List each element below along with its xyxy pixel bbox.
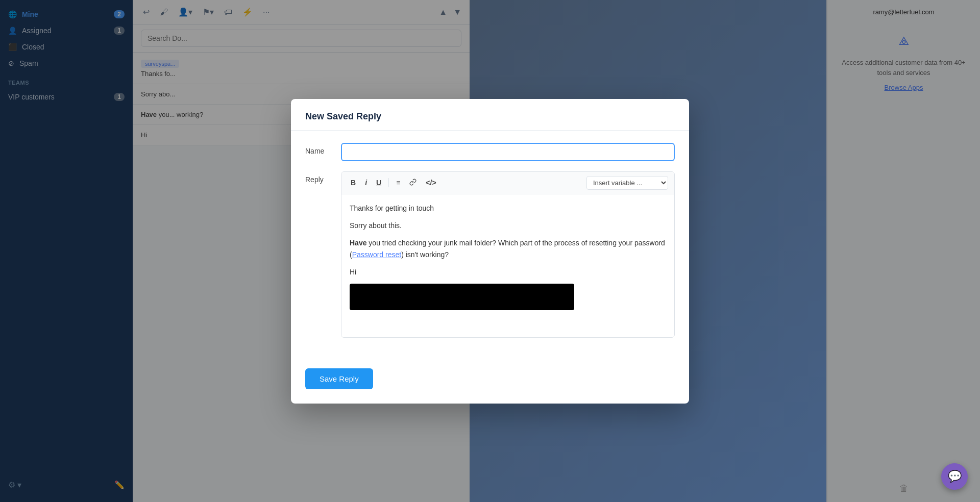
list-button[interactable]: ≡ bbox=[393, 177, 403, 188]
chat-icon: 💬 bbox=[948, 470, 962, 483]
redacted-image-block bbox=[350, 284, 574, 310]
bold-button[interactable]: B bbox=[348, 177, 359, 188]
dialog-body: Name Reply B i U ≡ bbox=[291, 131, 689, 360]
dialog-footer: Save Reply bbox=[291, 360, 689, 404]
editor-content[interactable]: Thanks for getting in touch Sorry about … bbox=[341, 194, 674, 337]
modal-overlay: New Saved Reply Name Reply B i U ≡ bbox=[0, 0, 980, 502]
new-saved-reply-dialog: New Saved Reply Name Reply B i U ≡ bbox=[291, 99, 689, 404]
link-button[interactable] bbox=[406, 177, 420, 189]
name-label: Name bbox=[305, 143, 331, 155]
italic-button[interactable]: i bbox=[362, 177, 370, 188]
save-reply-button[interactable]: Save Reply bbox=[305, 368, 373, 389]
underline-button[interactable]: U bbox=[373, 177, 384, 188]
code-button[interactable]: </> bbox=[423, 177, 439, 188]
reply-row: Reply B i U ≡ bbox=[305, 171, 675, 338]
toolbar-divider bbox=[388, 178, 389, 187]
dialog-header: New Saved Reply bbox=[291, 99, 689, 131]
reply-editor-wrapper: B i U ≡ </> Insert var bbox=[341, 171, 675, 338]
editor-toolbar: B i U ≡ </> Insert var bbox=[341, 172, 674, 194]
editor-paragraph-2: Sorry about this. bbox=[350, 220, 666, 231]
password-reset-link[interactable]: Password reset bbox=[352, 250, 401, 259]
name-row: Name bbox=[305, 143, 675, 161]
name-input[interactable] bbox=[341, 143, 675, 161]
chat-bubble-button[interactable]: 💬 bbox=[941, 463, 968, 490]
insert-variable-select[interactable]: Insert variable ... Customer name Agent … bbox=[586, 176, 668, 190]
reply-label: Reply bbox=[305, 171, 331, 184]
editor-paragraph-4: Hi bbox=[350, 266, 666, 278]
dialog-title: New Saved Reply bbox=[305, 111, 675, 122]
editor-paragraph-1: Thanks for getting in touch bbox=[350, 203, 666, 214]
editor-paragraph-3: Have you tried checking your junk mail f… bbox=[350, 237, 666, 260]
